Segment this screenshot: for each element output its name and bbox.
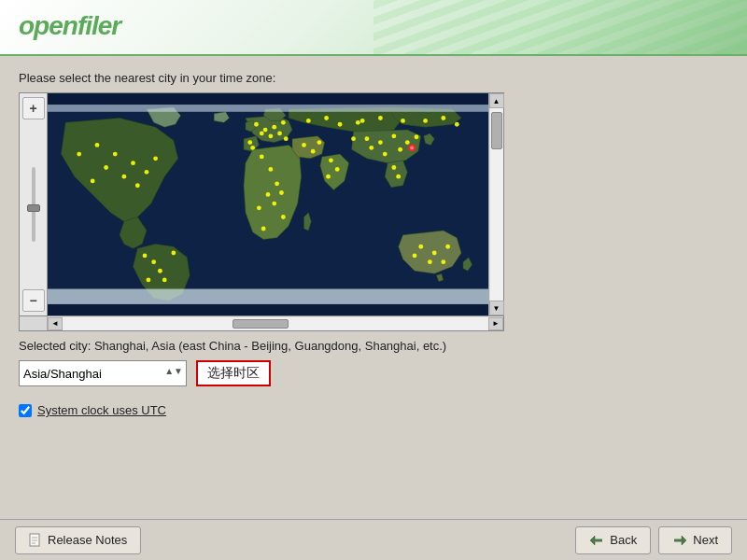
- svg-point-51: [396, 175, 401, 179]
- svg-point-50: [391, 165, 396, 170]
- svg-point-59: [356, 120, 360, 125]
- svg-point-1: [95, 143, 100, 147]
- svg-point-40: [335, 167, 340, 172]
- timezone-row: Asia/Shanghai ▲▼ 选择时区: [19, 360, 728, 386]
- svg-point-27: [260, 155, 264, 160]
- svg-point-4: [104, 165, 108, 170]
- scroll-thumb-v[interactable]: [491, 112, 502, 149]
- svg-point-22: [260, 131, 264, 135]
- svg-point-23: [247, 140, 252, 145]
- svg-point-54: [401, 119, 405, 123]
- svg-point-30: [266, 192, 271, 197]
- svg-point-68: [413, 253, 417, 258]
- svg-point-21: [268, 133, 273, 138]
- map-vertical-scrollbar[interactable]: ▲ ▼: [488, 93, 503, 315]
- svg-point-65: [445, 245, 450, 249]
- svg-point-49: [415, 134, 419, 139]
- svg-point-2: [113, 152, 118, 157]
- map-section-label: Please select the nearest city in your t…: [19, 71, 728, 85]
- zoom-out-button[interactable]: −: [22, 289, 45, 312]
- scroll-left-arrow[interactable]: ◄: [48, 317, 63, 330]
- svg-point-56: [306, 119, 311, 123]
- world-map-svg: [48, 93, 488, 315]
- scroll-track-v: [490, 108, 503, 301]
- select-timezone-button[interactable]: 选择时区: [196, 360, 271, 386]
- scroll-down-arrow[interactable]: ▼: [489, 301, 504, 315]
- utc-label[interactable]: System clock uses UTC: [37, 403, 166, 417]
- svg-point-28: [268, 167, 273, 172]
- next-arrow-icon: [672, 534, 687, 547]
- svg-point-61: [441, 116, 445, 120]
- svg-point-38: [317, 140, 321, 145]
- svg-point-41: [326, 175, 331, 179]
- scroll-right-arrow[interactable]: ►: [488, 317, 503, 330]
- zoom-thumb: [27, 204, 40, 212]
- svg-point-63: [418, 245, 423, 249]
- next-label: Next: [693, 533, 718, 547]
- svg-point-37: [311, 149, 316, 154]
- header: openfiler: [0, 0, 747, 56]
- zoom-in-button[interactable]: +: [22, 97, 45, 119]
- svg-point-3: [131, 161, 135, 165]
- back-arrow-icon: [589, 534, 604, 547]
- release-notes-button[interactable]: Release Notes: [15, 526, 141, 554]
- svg-point-8: [145, 170, 149, 175]
- hscroll-inner: ◄ ►: [48, 316, 503, 330]
- back-label: Back: [610, 533, 637, 547]
- hscroll-thumb[interactable]: [233, 319, 289, 329]
- svg-rect-71: [48, 105, 488, 112]
- svg-point-33: [279, 190, 284, 195]
- svg-point-70: [410, 146, 414, 149]
- svg-point-14: [171, 251, 176, 256]
- timezone-select[interactable]: Asia/Shanghai: [19, 360, 187, 386]
- svg-point-62: [455, 122, 459, 127]
- svg-rect-80: [674, 539, 683, 541]
- svg-rect-72: [48, 289, 488, 304]
- svg-point-43: [378, 140, 383, 145]
- svg-point-64: [432, 251, 437, 256]
- svg-point-17: [254, 122, 259, 127]
- svg-point-15: [162, 278, 167, 283]
- scroll-up-arrow[interactable]: ▲: [489, 93, 504, 108]
- svg-point-18: [263, 128, 268, 133]
- svg-point-57: [324, 116, 329, 120]
- svg-point-31: [257, 205, 261, 210]
- svg-point-9: [153, 156, 158, 161]
- svg-point-25: [250, 146, 255, 150]
- svg-point-6: [91, 179, 95, 184]
- nav-buttons: Back Next: [575, 526, 732, 554]
- svg-point-16: [146, 278, 150, 283]
- selected-city-label: Selected city: Shanghai, Asia (east Chin…: [19, 339, 728, 353]
- back-button[interactable]: Back: [575, 526, 651, 554]
- map-container: + −: [19, 92, 504, 316]
- map-horizontal-scrollbar[interactable]: ◄ ►: [19, 316, 504, 331]
- hscroll-track: [63, 317, 488, 330]
- svg-point-34: [261, 227, 266, 231]
- svg-point-7: [77, 152, 81, 157]
- svg-rect-78: [594, 539, 602, 541]
- bottom-bar: Release Notes Back Next: [0, 519, 747, 560]
- next-button[interactable]: Next: [658, 526, 732, 554]
- svg-point-11: [143, 253, 148, 258]
- logo-text: openfiler: [19, 11, 120, 40]
- release-notes-label: Release Notes: [48, 533, 127, 547]
- svg-point-32: [272, 202, 276, 206]
- svg-point-39: [329, 158, 333, 162]
- svg-point-66: [441, 259, 445, 264]
- svg-point-45: [369, 146, 374, 150]
- zoom-controls: + −: [20, 93, 48, 315]
- svg-point-48: [405, 140, 410, 145]
- svg-point-13: [158, 269, 162, 273]
- svg-point-29: [275, 181, 279, 186]
- svg-point-46: [383, 152, 388, 157]
- svg-point-53: [378, 116, 383, 120]
- svg-point-20: [277, 131, 282, 135]
- zoom-track: [32, 167, 35, 242]
- svg-point-58: [338, 122, 343, 127]
- zoom-slider[interactable]: [32, 119, 35, 289]
- map-viewport[interactable]: [48, 93, 488, 315]
- timezone-select-wrapper: Asia/Shanghai ▲▼: [19, 360, 187, 386]
- svg-point-19: [272, 125, 276, 130]
- svg-point-44: [391, 133, 396, 138]
- utc-checkbox[interactable]: [19, 404, 32, 417]
